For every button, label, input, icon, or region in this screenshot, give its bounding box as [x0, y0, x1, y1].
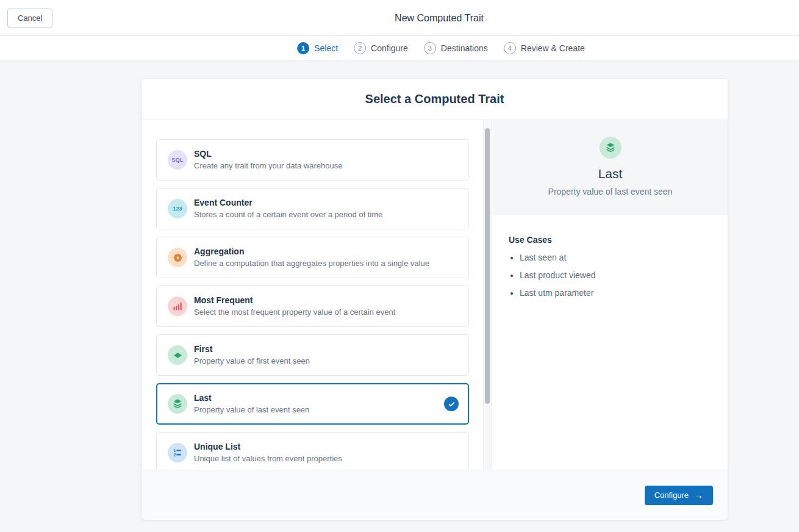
step-label: Destinations [441, 43, 488, 53]
layers-icon [168, 394, 187, 414]
diamond-icon [168, 345, 187, 365]
stepper-bar: 1 Select 2 Configure 3 Destinations 4 Re… [0, 36, 799, 60]
trait-item-aggregation[interactable]: Aggregation Define a computation that ag… [156, 237, 469, 278]
sql-badge-icon: SQL [168, 150, 187, 170]
detail-panel-body: Use Cases Last seen atLast product viewe… [493, 215, 728, 298]
step-number-badge: 1 [297, 42, 309, 54]
trait-item-unique-list[interactable]: 1 2 Unique List Unique list of values fr… [156, 432, 469, 470]
select-trait-card: Select a Computed Trait SQL SQL Create a… [142, 79, 728, 520]
detail-subtitle: Property value of last event seen [548, 187, 673, 196]
step-number-badge: 4 [504, 42, 516, 54]
card-title: Select a Computed Trait [365, 92, 504, 106]
use-cases-heading: Use Cases [509, 235, 715, 245]
number-badge-icon: 123 [168, 199, 187, 218]
use-case-item: Last utm parameter [520, 288, 715, 298]
trait-item-sql[interactable]: SQL SQL Create any trait from your data … [156, 139, 469, 181]
aggregation-gear-icon [168, 248, 187, 267]
trait-title: SQL [194, 149, 343, 159]
trait-description: Unique list of values from event propert… [194, 454, 342, 464]
trait-title: Aggregation [194, 246, 429, 257]
ordered-list-icon: 1 2 [168, 443, 187, 462]
trait-description: Select the most frequent property value … [194, 307, 395, 317]
trait-list: SQL SQL Create any trait from your data … [142, 120, 483, 470]
use-case-item: Last seen at [520, 253, 715, 262]
trait-title: Last [194, 393, 309, 403]
trait-title: Event Counter [194, 198, 382, 208]
svg-text:2: 2 [174, 453, 176, 457]
step-review-create[interactable]: 4 Review & Create [504, 42, 585, 54]
bar-chart-icon [168, 297, 187, 316]
trait-title: Most Frequent [194, 295, 395, 306]
card-footer: Configure → [142, 470, 728, 520]
selected-check-icon [444, 397, 459, 411]
trait-item-first[interactable]: First Property value of first event seen [156, 334, 469, 376]
detail-title: Last [598, 167, 623, 181]
card-body: SQL SQL Create any trait from your data … [142, 120, 728, 470]
arrow-right-icon: → [694, 491, 703, 500]
detail-panel-header: Last Property value of last event seen [493, 120, 728, 215]
top-header-bar: Cancel New Computed Trait [0, 0, 799, 36]
configure-button-label: Configure [654, 491, 689, 500]
trait-description: Stores a count of a certain event over a… [194, 210, 382, 220]
card-header: Select a Computed Trait [142, 79, 728, 120]
configure-button[interactable]: Configure → [645, 486, 713, 505]
stepper: 1 Select 2 Configure 3 Destinations 4 Re… [297, 36, 585, 60]
trait-description: Property value of last event seen [194, 405, 309, 415]
step-label: Select [314, 43, 338, 53]
step-configure[interactable]: 2 Configure [354, 42, 408, 54]
layers-icon [600, 137, 622, 159]
scrollbar-thumb[interactable] [485, 128, 490, 404]
use-case-item: Last product viewed [520, 270, 715, 280]
trait-description: Property value of first event seen [194, 356, 310, 366]
trait-title: Unique List [194, 442, 342, 452]
step-destinations[interactable]: 3 Destinations [424, 42, 488, 54]
list-scrollbar[interactable] [483, 120, 492, 470]
trait-item-event-counter[interactable]: 123 Event Counter Stores a count of a ce… [156, 188, 469, 229]
step-label: Review & Create [521, 43, 585, 53]
cancel-button[interactable]: Cancel [7, 9, 52, 27]
step-label: Configure [371, 43, 408, 53]
step-number-badge: 2 [354, 42, 366, 54]
page-title: New Computed Trait [395, 0, 484, 36]
trait-description: Create any trait from your data warehous… [194, 161, 343, 171]
trait-title: First [194, 344, 310, 354]
use-cases-list: Last seen atLast product viewedLast utm … [520, 253, 715, 298]
trait-item-most-frequent[interactable]: Most Frequent Select the most frequent p… [156, 286, 469, 327]
step-select[interactable]: 1 Select [297, 42, 338, 54]
step-number-badge: 3 [424, 42, 436, 54]
trait-item-last[interactable]: Last Property value of last event seen [156, 383, 469, 425]
trait-description: Define a computation that aggregates pro… [194, 259, 429, 268]
trait-detail-panel: Last Property value of last event seen U… [493, 120, 728, 470]
